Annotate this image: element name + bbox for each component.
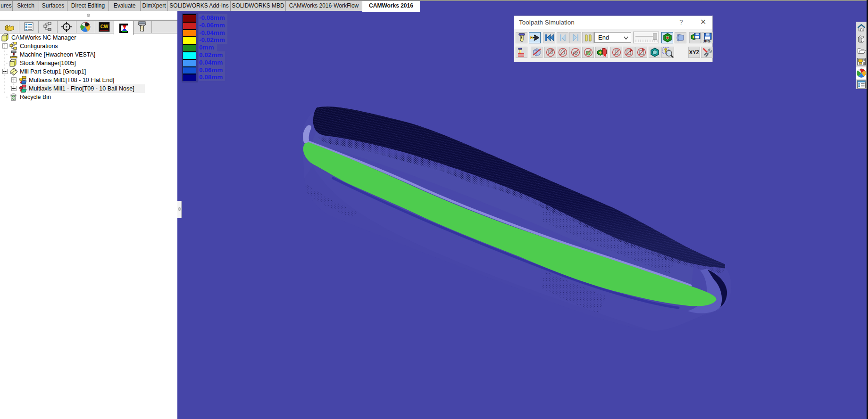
svg-text:CW: CW [100,24,108,29]
svg-text:JPG: JPG [703,39,710,43]
